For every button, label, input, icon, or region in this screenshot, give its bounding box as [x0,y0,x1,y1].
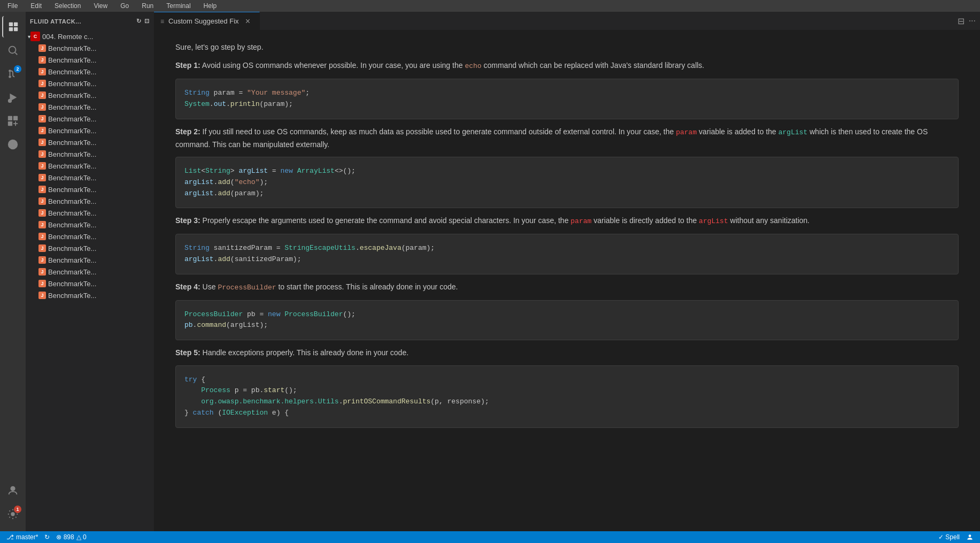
code-line-2-1: List<String> argList = new ArrayList<>()… [184,166,950,177]
file-label-20: BenchmarkTe... [48,268,96,276]
explorer-icon[interactable] [2,16,24,37]
file-item-9[interactable]: J BenchmarkTe... [26,136,154,148]
step5-text: Step 5: Handle exceptions properly. This… [175,347,959,358]
sync-item[interactable]: ↻ [44,533,50,541]
source-control-icon[interactable]: 2 [2,63,24,85]
person-icon[interactable] [966,533,974,541]
svg-point-8 [9,75,11,78]
file-item-14[interactable]: J BenchmarkTe... [26,195,154,207]
activity-bar: 2 1 [0,12,26,531]
file-item-2[interactable]: J BenchmarkTe... [26,54,154,66]
svg-rect-13 [8,121,12,126]
step1-text: Step 1: Avoid using OS commands whenever… [175,59,959,72]
file-label-4: BenchmarkTe... [48,80,96,88]
menu-run[interactable]: Run [138,1,157,11]
file-item-18[interactable]: J BenchmarkTe... [26,242,154,254]
tab-close-button[interactable]: × [243,17,253,26]
code-line-5-4: } catch (IOException e) { [184,408,950,419]
java-file-icon: J [38,197,46,205]
spell-check-item[interactable]: ✓ Spell [938,533,960,541]
java-file-icon: J [38,280,46,287]
menu-help[interactable]: Help [200,1,220,11]
code-line-4-2: pb.command(argList); [184,320,950,331]
account-icon[interactable] [2,480,24,501]
file-item-20[interactable]: J BenchmarkTe... [26,266,154,278]
tab-custom-suggested-fix[interactable]: ≡ Custom Suggested Fix × [154,12,260,30]
svg-point-15 [11,487,14,491]
file-item-6[interactable]: J BenchmarkTe... [26,101,154,113]
code-line-2-3: argList.add(param); [184,188,950,200]
sidebar-split-icon[interactable]: ⊡ [144,18,150,25]
file-item-15[interactable]: J BenchmarkTe... [26,207,154,219]
editor-content[interactable]: Sure, let's go step by step. Step 1: Avo… [154,30,980,531]
file-label-13: BenchmarkTe... [48,186,96,194]
file-item-13[interactable]: J BenchmarkTe... [26,183,154,195]
svg-rect-11 [8,116,12,120]
sidebar-refresh-icon[interactable]: ↻ [136,18,142,25]
tab-title: Custom Suggested Fix [168,17,239,25]
file-item-3[interactable]: J BenchmarkTe... [26,66,154,78]
svg-rect-0 [9,22,13,26]
extensions-icon[interactable] [2,110,24,132]
folder-item-004[interactable]: ▾ C 004. Remote c... [26,30,154,42]
code-line-4-1: ProcessBuilder pb = new ProcessBuilder()… [184,309,950,320]
spell-check-label: ✓ Spell [938,533,960,541]
menu-edit[interactable]: Edit [27,1,45,11]
menu-file[interactable]: File [4,1,21,11]
step1-highlight1: echo [465,62,481,70]
menu-go[interactable]: Go [117,1,132,11]
sync-icon: ↻ [44,533,50,541]
step4-highlight1: ProcessBuilder [218,284,276,292]
file-item-21[interactable]: J BenchmarkTe... [26,278,154,289]
java-file-icon: J [38,268,46,276]
menu-terminal[interactable]: Terminal [163,1,194,11]
code-line-1-1: String param = "Your message"; [184,88,950,99]
file-item-22[interactable]: J BenchmarkTe... [26,289,154,301]
step2-label: Step 2: [175,127,200,136]
git-branch-item[interactable]: ⎇ master* [6,533,38,541]
file-item-17[interactable]: J BenchmarkTe... [26,231,154,242]
file-item-7[interactable]: J BenchmarkTe... [26,113,154,125]
file-item-19[interactable]: J BenchmarkTe... [26,254,154,266]
step1-body2: command which can be replaced with Java'… [484,61,705,70]
step4-body2: to start the process. This is already do… [278,282,458,291]
file-item-1[interactable]: J BenchmarkTe... [26,42,154,54]
split-editor-icon[interactable]: ⊟ [958,16,964,26]
file-label-17: BenchmarkTe... [48,233,96,241]
tab-icon: ≡ [160,18,164,25]
file-item-5[interactable]: J BenchmarkTe... [26,89,154,101]
step4-text: Step 4: Use ProcessBuilder to start the … [175,281,959,294]
more-actions-icon[interactable]: ··· [969,16,976,26]
run-debug-icon[interactable] [2,87,24,108]
errors-item[interactable]: ⊗ 898 △ 0 [56,533,86,541]
svg-rect-12 [13,116,18,120]
file-label-16: BenchmarkTe... [48,221,96,229]
file-item-8[interactable]: J BenchmarkTe... [26,125,154,136]
fluid-attack-icon[interactable] [2,134,24,155]
file-item-4[interactable]: J BenchmarkTe... [26,78,154,89]
java-file-icon: J [38,127,46,134]
java-file-icon: J [38,209,46,217]
svg-point-4 [9,47,16,53]
java-file-icon: J [38,292,46,299]
code-block-2: List<String> argList = new ArrayList<>()… [175,157,959,208]
folder-label: 004. Remote c... [42,33,93,41]
search-icon[interactable] [2,40,24,61]
code-line-5-3: org.owasp.benchmark.helpers.Utils.printO… [184,396,950,408]
java-file-icon: J [38,186,46,193]
file-label-12: BenchmarkTe... [48,174,96,182]
java-file-icon: J [38,103,46,111]
file-item-10[interactable]: J BenchmarkTe... [26,148,154,160]
file-item-12[interactable]: J BenchmarkTe... [26,172,154,183]
settings-icon[interactable]: 1 [2,503,24,525]
file-label-11: BenchmarkTe... [48,162,96,170]
errors-label: ⊗ 898 [56,533,74,541]
tab-bar: ≡ Custom Suggested Fix × ⊟ ··· [154,12,980,30]
status-bar-left: ⎇ master* ↻ ⊗ 898 △ 0 [6,533,87,541]
svg-point-10 [9,100,12,103]
file-item-11[interactable]: J BenchmarkTe... [26,160,154,172]
menu-view[interactable]: View [90,1,111,11]
menu-selection[interactable]: Selection [51,1,84,11]
file-item-16[interactable]: J BenchmarkTe... [26,219,154,231]
java-file-icon: J [38,44,46,52]
